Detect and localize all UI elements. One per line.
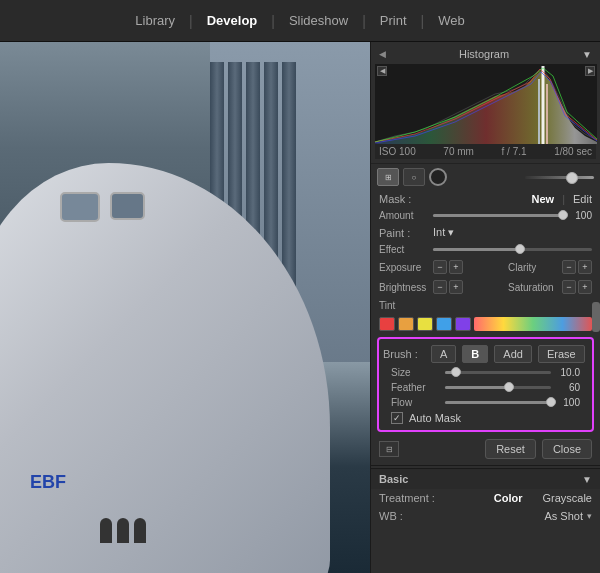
flow-thumb[interactable] [546,397,556,407]
exposure-label: Exposure [379,262,429,273]
clarity-plus[interactable]: + [578,260,592,274]
saturation-minus[interactable]: − [562,280,576,294]
brush-add-btn[interactable]: Add [494,345,532,363]
flow-label: Flow [391,397,441,408]
flow-value: 100 [555,397,580,408]
histogram-title: Histogram [459,48,509,60]
basic-expand-icon[interactable]: ▼ [582,474,592,485]
feather-label: Feather [391,382,441,393]
nav-print[interactable]: Print [366,0,421,42]
size-row: Size 10.0 [383,365,588,380]
brush-b-btn[interactable]: B [462,345,488,363]
exposure-plus[interactable]: + [449,260,463,274]
brightness-minus[interactable]: − [433,280,447,294]
size-thumb[interactable] [451,367,461,377]
nav-slideshow[interactable]: Slideshow [275,0,362,42]
panel-divider [371,465,600,466]
brush-a-btn[interactable]: A [431,345,456,363]
tool-redeye[interactable] [429,168,447,186]
person-3 [134,518,146,543]
image-area: EBF [0,42,370,573]
plane-window-2 [110,192,145,220]
amount-slider[interactable] [433,214,563,217]
saturation-plus[interactable]: + [578,280,592,294]
tool-slider[interactable] [525,176,595,179]
brightness-label: Brightness [379,282,429,293]
hist-corner-tr[interactable]: ▶ [585,66,595,76]
effect-slider[interactable] [433,248,592,251]
toolbar-row: ⊞ ○ [371,163,600,190]
histogram-canvas: ◀ ▶ [375,64,597,144]
histogram-header: ◀ Histogram ▼ [375,46,596,62]
tint-label-row: Tint [371,297,600,314]
hist-focal: 70 mm [443,146,474,157]
hist-corner-tl[interactable]: ◀ [377,66,387,76]
histogram-corner-icon: ◀ [379,49,386,59]
hist-iso: ISO 100 [379,146,416,157]
basic-panel-header[interactable]: Basic ▼ [371,468,600,489]
swatch-red[interactable] [379,317,395,331]
amount-value: 100 [567,210,592,221]
treatment-label: Treatment : [379,492,435,504]
brightness-adj: − + [433,280,463,294]
amount-row: Amount 100 [371,208,600,223]
top-nav: Library | Develop | Slideshow | Print | … [0,0,600,42]
brush-erase-btn[interactable]: Erase [538,345,585,363]
wb-row: WB : As Shot ▾ [371,507,600,525]
flow-fill [445,401,551,404]
basic-panel-title: Basic [379,473,408,485]
paint-label: Paint : [379,227,429,239]
flow-row: Flow 100 [383,395,588,410]
effect-thumb[interactable] [515,244,525,254]
feather-slider[interactable] [445,386,551,389]
mask-new-btn[interactable]: New [532,193,555,205]
feather-row: Feather 60 [383,380,588,395]
swatch-yellow[interactable] [417,317,433,331]
wb-dropdown-icon[interactable]: ▾ [587,511,592,521]
tint-label: Tint [379,300,429,311]
color-swatch-row [371,314,600,334]
mask-row: Mask : New | Edit [371,190,600,208]
brightness-plus[interactable]: + [449,280,463,294]
nav-library[interactable]: Library [121,0,189,42]
scroll-handle[interactable] [592,302,600,332]
paint-value[interactable]: Int ▾ [433,226,454,239]
amount-thumb[interactable] [558,210,568,220]
wb-label: WB : [379,510,429,522]
swatch-purple[interactable] [455,317,471,331]
nav-develop[interactable]: Develop [193,0,272,42]
feather-thumb[interactable] [504,382,514,392]
paint-row: Paint : Int ▾ [371,223,600,242]
tool-spot[interactable]: ○ [403,168,425,186]
automask-label: Auto Mask [409,412,461,424]
person-1 [100,518,112,543]
nav-web[interactable]: Web [424,0,479,42]
size-slider[interactable] [445,371,551,374]
clarity-minus[interactable]: − [562,260,576,274]
swatch-blue[interactable] [436,317,452,331]
histogram-info: ISO 100 70 mm f / 7.1 1/80 sec [375,144,596,159]
exposure-adj: − + [433,260,463,274]
amount-label: Amount [379,210,429,221]
wb-value[interactable]: As Shot [544,510,583,522]
treatment-grayscale[interactable]: Grayscale [542,492,592,504]
exposure-minus[interactable]: − [433,260,447,274]
effect-row: Effect [371,242,600,257]
close-btn[interactable]: Close [542,439,592,459]
size-label: Size [391,367,441,378]
right-panel: ◀ Histogram ▼ [370,42,600,573]
photo-background: EBF [0,42,370,573]
treatment-color[interactable]: Color [494,492,523,504]
swatch-orange[interactable] [398,317,414,331]
panel-icon-btn[interactable]: ⊟ [379,441,399,457]
flow-slider[interactable] [445,401,551,404]
automask-checkbox[interactable] [391,412,403,424]
histogram-expand-icon[interactable]: ▼ [582,49,592,60]
tool-crop[interactable]: ⊞ [377,168,399,186]
aircraft-registration: EBF [30,472,66,493]
brush-row: Brush : A B Add Erase [383,343,588,365]
hist-shutter: 1/80 sec [554,146,592,157]
histogram-section: ◀ Histogram ▼ [371,42,600,163]
mask-edit-btn[interactable]: Edit [573,193,592,205]
reset-btn[interactable]: Reset [485,439,536,459]
